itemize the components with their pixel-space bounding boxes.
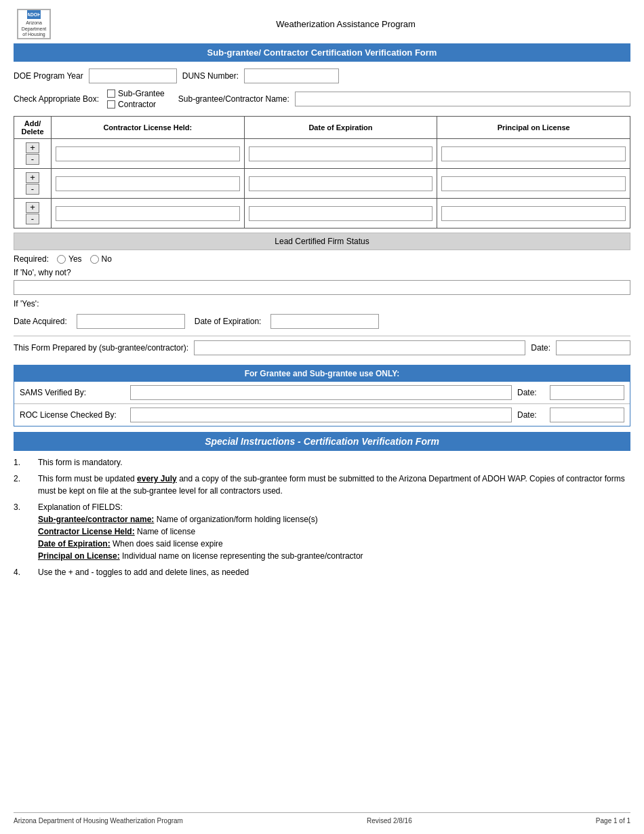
sams-row: SAMS Verified By: Date: (14, 382, 630, 404)
no-radio[interactable] (90, 255, 99, 264)
contractor-checkbox-row: Contractor (107, 100, 165, 109)
if-yes-label: If 'Yes': (14, 299, 630, 309)
license-held-input-1[interactable] (56, 146, 240, 161)
subgrantee-name-input[interactable] (295, 92, 630, 106)
logo: ADOH Arizona Department of Housing (14, 7, 54, 41)
if-yes-section: If 'Yes': Date Acquired: Date of Expirat… (14, 299, 630, 329)
if-no-input[interactable] (14, 280, 630, 295)
principal-input-1[interactable] (441, 146, 626, 161)
sams-input[interactable] (130, 385, 512, 400)
table-row: + - (14, 139, 630, 169)
instructions-list: 1. This form is mandatory. 2. This form … (14, 456, 630, 578)
add-row-3-button[interactable]: + (26, 202, 39, 213)
expiration-cell-1 (244, 139, 437, 169)
org-line1: Arizona (26, 20, 42, 26)
license-table: Add/ Delete Contractor License Held: Dat… (14, 116, 630, 229)
list-content-1: This form is mandatory. (38, 456, 630, 469)
svg-text:ADOH: ADOH (28, 12, 40, 17)
doe-program-year-input[interactable] (89, 68, 177, 83)
list-item-3: 3. Explanation of FIELDS: Sub-grantee/co… (14, 501, 630, 562)
date-acquired-input[interactable] (77, 314, 185, 329)
add-delete-cell-3: + - (14, 199, 52, 229)
duns-label: DUNS Number: (182, 71, 239, 81)
doe-label: DOE Program Year (14, 71, 83, 81)
list-num-1: 1. (14, 456, 30, 469)
prepared-row: This Form Prepared by (sub-grantee/contr… (14, 336, 630, 359)
checkbox-group: Sub-Grantee Contractor (107, 89, 165, 109)
add-row-1-button[interactable]: + (26, 142, 39, 153)
sams-date-label: Date: (517, 388, 544, 397)
footer-right: Page 1 of 1 (596, 817, 630, 825)
list-content-2: This form must be updated every July and… (38, 473, 630, 497)
add-delete-cell-2: + - (14, 169, 52, 199)
list-content-4: Use the + and - toggles to add and delet… (38, 566, 630, 578)
list-num-2: 2. (14, 473, 30, 497)
subgrantee-checkbox[interactable] (107, 90, 115, 98)
if-no-section: If 'No', why not? (14, 268, 630, 295)
roc-input[interactable] (130, 408, 512, 422)
prepared-input[interactable] (194, 340, 525, 355)
list-item-4: 4. Use the + and - toggles to add and de… (14, 566, 630, 578)
for-grantee-banner: For Grantee and Sub-grantee use ONLY: (14, 365, 630, 382)
special-instructions-banner: Special Instructions - Certification Ver… (14, 432, 630, 451)
date-expiration-label: Date of Expiration: (195, 317, 262, 326)
license-held-cell-1 (52, 139, 245, 169)
roc-label: ROC License Checked By: (20, 410, 125, 420)
delete-row-1-button[interactable]: - (26, 154, 39, 165)
prepared-date-input[interactable] (556, 340, 630, 355)
table-header-principal: Principal on License (437, 117, 630, 139)
program-title: Weatherization Assistance Program (61, 19, 630, 29)
expiration-input-1[interactable] (249, 146, 433, 161)
date-row: Date Acquired: Date of Expiration: (14, 314, 630, 329)
yes-radio-label[interactable]: Yes (57, 254, 82, 264)
subgrantee-label: Sub-Grantee (118, 89, 165, 98)
prepared-label: This Form Prepared by (sub-grantee/contr… (14, 343, 188, 353)
list-content-3: Explanation of FIELDS: Sub-grantee/contr… (38, 501, 630, 562)
license-held-input-2[interactable] (56, 176, 240, 191)
footer: Arizona Department of Housing Weatheriza… (14, 812, 630, 825)
license-held-cell-3 (52, 199, 245, 229)
table-header-license: Contractor License Held: (52, 117, 245, 139)
doe-row: DOE Program Year DUNS Number: (14, 68, 630, 83)
subgrantee-checkbox-row: Sub-Grantee (107, 89, 165, 98)
footer-center: Revised 2/8/16 (367, 817, 412, 825)
no-radio-label[interactable]: No (90, 254, 112, 264)
principal-cell-3 (437, 199, 630, 229)
logo-icon: ADOH (27, 10, 41, 20)
expiration-input-2[interactable] (249, 176, 433, 191)
for-grantee-section: For Grantee and Sub-grantee use ONLY: SA… (14, 365, 630, 426)
delete-row-3-button[interactable]: - (26, 214, 39, 224)
list-item-1: 1. This form is mandatory. (14, 456, 630, 469)
lead-banner: Lead Certified Firm Status (14, 233, 630, 250)
contractor-label: Contractor (118, 100, 156, 109)
footer-left: Arizona Department of Housing Weatheriza… (14, 817, 183, 825)
table-header-expiration: Date of Expiration (244, 117, 437, 139)
if-no-label: If 'No', why not? (14, 268, 630, 277)
form-title: Sub-grantee/ Contractor Certification Ve… (14, 43, 630, 62)
principal-input-3[interactable] (441, 206, 626, 221)
table-row: + - (14, 169, 630, 199)
principal-input-2[interactable] (441, 176, 626, 191)
org-line2: Department (22, 26, 47, 32)
principal-cell-1 (437, 139, 630, 169)
roc-date-label: Date: (517, 410, 544, 420)
license-held-input-3[interactable] (56, 206, 240, 221)
date-acquired-label: Date Acquired: (14, 317, 67, 326)
delete-row-2-button[interactable]: - (26, 184, 39, 195)
expiration-cell-3 (244, 199, 437, 229)
contractor-checkbox[interactable] (107, 100, 115, 108)
date-expiration-input[interactable] (270, 314, 379, 329)
expiration-cell-2 (244, 169, 437, 199)
sams-date-input[interactable] (550, 385, 624, 400)
prepared-date-label: Date: (531, 343, 550, 353)
expiration-input-3[interactable] (249, 206, 433, 221)
no-label: No (102, 254, 112, 264)
principal-cell-2 (437, 169, 630, 199)
sams-label: SAMS Verified By: (20, 388, 125, 397)
add-row-2-button[interactable]: + (26, 172, 39, 183)
duns-number-input[interactable] (244, 68, 339, 83)
yes-label: Yes (68, 254, 82, 264)
required-label: Required: (14, 254, 49, 264)
yes-radio[interactable] (57, 255, 66, 264)
roc-date-input[interactable] (550, 408, 624, 422)
